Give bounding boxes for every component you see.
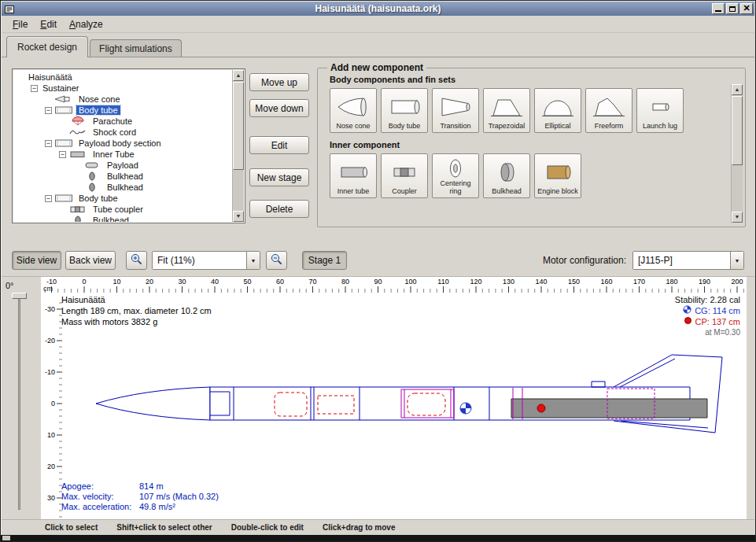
tree-item-tube-coupler[interactable]: Tube coupler [13, 204, 232, 215]
maximize-button-icon[interactable] [726, 3, 739, 14]
tree-item-label: Bulkhead [90, 216, 131, 222]
svg-text:30: 30 [47, 494, 55, 502]
scroll-down-icon[interactable]: ▼ [732, 212, 743, 223]
side-view-button[interactable]: Side view [12, 251, 61, 270]
tree-item-bulkhead[interactable]: Bulkhead [13, 182, 232, 193]
tree-expander-icon[interactable]: − [31, 85, 38, 92]
tree-item-haisun-t-[interactable]: Haisunäätä [13, 72, 232, 83]
scrollbar-thumb[interactable] [233, 82, 244, 170]
rocket-figure[interactable]: -100102030405060708090100110120130140150… [41, 277, 747, 521]
svg-text:110: 110 [437, 278, 448, 286]
tree-item-bulkhead[interactable]: Bulkhead [13, 171, 232, 182]
tab-rocket-design[interactable]: Rocket design [6, 36, 88, 57]
engine-block-button[interactable]: Engine block [534, 153, 581, 198]
svg-text:160: 160 [600, 278, 612, 286]
zoom-in-button[interactable] [126, 251, 147, 270]
tree-item-payload[interactable]: Payload [13, 160, 232, 171]
move-down-button[interactable]: Move down [249, 99, 309, 117]
svg-text:20: 20 [146, 278, 153, 286]
tree-item-label: Shock cord [90, 127, 138, 137]
component-tree[interactable]: Haisunäätä−SustainerNose cone−Body tubeP… [13, 70, 232, 222]
edit-button[interactable]: Edit [249, 136, 309, 154]
svg-text:130: 130 [503, 278, 514, 286]
nose-cone-button[interactable]: Nose cone [330, 88, 377, 133]
scroll-up-icon[interactable]: ▲ [233, 70, 244, 81]
chevron-down-icon[interactable]: ▼ [246, 252, 260, 269]
component-button-label: Launch lug [643, 123, 677, 131]
svg-text:10: 10 [47, 431, 55, 439]
tree-item-label: Tube coupler [90, 205, 146, 214]
scroll-up-icon[interactable]: ▲ [732, 84, 743, 95]
menu-analyze[interactable]: Analyze [63, 17, 109, 32]
window-title: Haisunäätä (haisunaata.ork) [2, 3, 754, 14]
rotation-slider-handle[interactable] [12, 293, 27, 299]
tree-expander-icon[interactable]: − [45, 140, 52, 147]
close-button-icon[interactable]: ✕ [740, 3, 753, 14]
svg-text:0: 0 [82, 278, 86, 286]
window-menu-icon[interactable] [4, 4, 15, 14]
bulkhead-button[interactable]: Bulkhead [483, 153, 530, 198]
component-button-label: Body tube [389, 123, 421, 131]
nose-cone-icon [336, 90, 371, 123]
tree-item-inner-tube[interactable]: −Inner Tube [13, 149, 232, 160]
elliptical-button[interactable]: Elliptical [534, 88, 581, 133]
inner-tube-button[interactable]: Inner tube [330, 153, 377, 198]
tree-item-body-tube[interactable]: −Body tube [13, 193, 232, 204]
tree-item-nose-cone[interactable]: Nose cone [13, 94, 232, 105]
svg-text:100: 100 [404, 278, 416, 286]
component-tree-panel: Haisunäätä−SustainerNose cone−Body tubeP… [12, 68, 245, 223]
motor-configuration-combobox[interactable]: [J115-P] ▼ [632, 251, 744, 270]
tree-item-parachute[interactable]: Parachute [13, 116, 232, 127]
svg-text:10: 10 [112, 278, 120, 286]
title-bar[interactable]: Haisunäätä (haisunaata.ork) ✕ [2, 2, 754, 16]
menu-file[interactable]: File [6, 17, 34, 32]
minimize-button-icon[interactable] [712, 3, 725, 14]
scrollbar-thumb[interactable] [732, 96, 743, 165]
component-panel-scrollbar[interactable]: ▲ ▼ [731, 84, 743, 223]
new-stage-button[interactable]: New stage [249, 168, 309, 186]
resize-grip[interactable] [2, 536, 10, 540]
tree-expander-icon[interactable]: − [45, 195, 52, 202]
svg-text:90: 90 [374, 278, 382, 286]
tree-expander-icon[interactable]: − [45, 107, 52, 114]
centering-ring-button[interactable]: Centering ring [432, 153, 479, 198]
hint-click-drag: Click+drag to move [323, 523, 396, 532]
freeform-button[interactable]: Freeform [585, 88, 632, 133]
launch-lug-button[interactable]: Launch lug [636, 88, 684, 133]
tree-scrollbar[interactable]: ▲ ▼ [232, 70, 244, 222]
zoom-out-icon [270, 253, 283, 268]
tree-item-bulkhead[interactable]: Bulkhead [13, 215, 232, 222]
tree-item-shock-cord[interactable]: Shock cord [13, 127, 232, 138]
zoom-out-button[interactable] [266, 251, 287, 270]
payload-icon [83, 160, 101, 170]
zoom-level-value: Fit (11%) [153, 252, 246, 269]
tree-expander-icon[interactable]: − [59, 151, 66, 158]
transition-button[interactable]: Transition [432, 88, 479, 133]
inner-tube-icon [68, 149, 87, 159]
nose-cone-outline [96, 387, 210, 420]
tree-item-body-tube[interactable]: −Body tube [13, 105, 232, 116]
chevron-down-icon[interactable]: ▼ [730, 252, 743, 269]
tab-flight-simulations[interactable]: Flight simulations [90, 39, 182, 57]
body-tube-button[interactable]: Body tube [381, 88, 428, 133]
tree-item-label: Body tube [76, 194, 120, 203]
freeform-icon [592, 90, 626, 123]
delete-button[interactable]: Delete [249, 200, 309, 218]
tree-item-payload-body-section[interactable]: −Payload body section [13, 138, 232, 149]
stage-1-toggle-button[interactable]: Stage 1 [302, 251, 347, 270]
scroll-down-icon[interactable]: ▼ [233, 211, 244, 222]
move-up-button[interactable]: Move up [249, 73, 309, 91]
coupler-button[interactable]: Coupler [381, 153, 428, 198]
engine-block-icon [540, 156, 575, 188]
rocket-length-info: Length 189 cm, max. diameter 10.2 cm [61, 305, 212, 316]
rocket-drawing[interactable] [96, 355, 722, 433]
back-view-button[interactable]: Back view [65, 251, 116, 270]
tree-item-sustainer[interactable]: −Sustainer [13, 83, 232, 94]
trapezoidal-button[interactable]: Trapezoidal [483, 88, 530, 133]
menu-edit[interactable]: Edit [34, 17, 63, 32]
zoom-level-combobox[interactable]: Fit (11%) ▼ [152, 251, 260, 270]
component-button-label: Freeform [595, 123, 624, 131]
rotation-slider[interactable] [18, 296, 20, 510]
cp-marker [537, 404, 545, 412]
svg-text:170: 170 [633, 278, 645, 286]
